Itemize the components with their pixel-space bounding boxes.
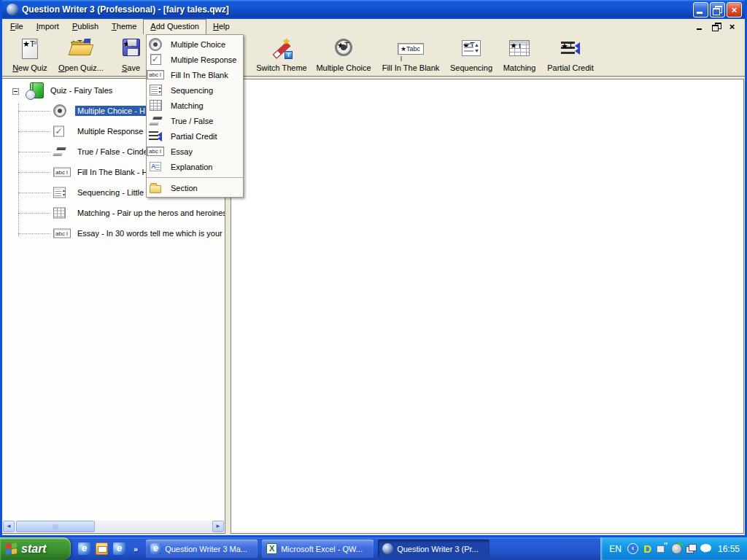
menu-item-icon (150, 100, 162, 111)
tree-item-row[interactable]: Essay - In 30 words tell me which is you… (2, 223, 225, 244)
toolbar-button[interactable]: ★T Multiple Choice (311, 36, 376, 74)
toolbar-button-label: Fill In The Blank (382, 63, 440, 72)
start-button[interactable]: start (0, 537, 71, 560)
add-question-menu-item[interactable]: True / False (147, 113, 243, 128)
taskbar-window-button[interactable]: Question Writer 3 Ma... (146, 540, 258, 558)
tree-root-label: Quiz - Fairy Tales (50, 86, 112, 95)
toolbar-button-label: Open Quiz... (58, 63, 104, 72)
hide-icons-chevron-icon[interactable] (627, 543, 638, 554)
add-question-menu-item[interactable]: Matching (147, 98, 243, 113)
toolbar-button-label: Partial Credit (547, 63, 594, 72)
tree-collapse-toggle[interactable] (12, 88, 19, 95)
tree-item-label[interactable]: True / False - Cinde (75, 147, 150, 157)
toolbar-button[interactable]: ★T Switch Theme (252, 36, 311, 74)
toolbar-button[interactable]: ★T New Quiz (7, 36, 53, 74)
toolbar-button[interactable]: ★T Matching (498, 36, 541, 74)
start-button-label: start (21, 542, 47, 556)
menu-bar-item[interactable]: Publish (66, 19, 105, 34)
menu-bar-item[interactable]: Help (206, 19, 236, 34)
add-question-menu-item[interactable]: Multiple Response (147, 52, 243, 67)
scroll-left-arrow[interactable]: ◄ (3, 521, 15, 532)
mdi-restore-button[interactable] (711, 22, 721, 32)
internet-explorer-icon[interactable] (78, 542, 90, 555)
add-question-menu-item[interactable]: Multiple Choice (147, 36, 243, 52)
toolbar: ★T New Quiz ★T Open Quiz... ★T Save ★T S… (2, 34, 745, 77)
menu-item-label: True / False (171, 117, 213, 125)
scroll-right-arrow[interactable]: ► (212, 521, 224, 532)
menu-item-label: Multiple Choice (171, 40, 225, 49)
tree-item-label[interactable]: Multiple Choice - H (75, 106, 147, 116)
menu-item-label: Fill In The Blank (171, 71, 228, 79)
toolbar-button[interactable]: ★T Sequencing (446, 36, 497, 74)
toolbar-button-label: Matching (503, 63, 536, 72)
menu-item-icon (150, 85, 162, 96)
add-question-menu-item[interactable]: Explanation (147, 159, 243, 174)
language-indicator[interactable]: EN (609, 544, 622, 554)
main-area: Quiz - Fairy Tales Multiple Choice - H M… (2, 77, 745, 535)
restore-button[interactable] (710, 2, 725, 18)
question-editor-area (231, 79, 744, 534)
toolbar-button-label: Sequencing (450, 63, 492, 72)
toolbar-button-label: Multiple Choice (316, 63, 371, 72)
add-question-menu-item[interactable]: Essay (147, 144, 243, 159)
tree-item-icon (53, 104, 66, 117)
tree-item-label[interactable]: Matching - Pair up the heros and heroine… (75, 208, 225, 218)
tree-item-icon (53, 168, 71, 177)
taskbar-window-button[interactable]: Microsoft Excel - QW... (262, 540, 374, 558)
taskbar-window-button[interactable]: Question Writer 3 (Pr... (378, 540, 489, 558)
menu-bar-item[interactable]: Theme (105, 19, 143, 34)
toolbar-button[interactable]: ★T Save (111, 36, 151, 74)
menu-item-label: Explanation (171, 163, 213, 171)
menu-bar-item[interactable]: Add Question (143, 19, 206, 34)
menu-item-icon (149, 131, 162, 141)
d-program-tray-icon[interactable] (642, 543, 653, 554)
tree-item-label[interactable]: Fill In The Blank - H (75, 167, 150, 177)
toolbar-button-icon: ★T (271, 39, 293, 59)
taskbar-window-label: Microsoft Excel - QW... (281, 545, 369, 553)
taskbar: start » Question Writer 3 Ma... Microsof… (0, 537, 747, 560)
tree-item-label[interactable]: Essay - In 30 words tell me which is you… (75, 228, 225, 238)
toolbar-button-icon: ★T (509, 40, 530, 56)
taskbar-window-label: Question Writer 3 Ma... (165, 545, 253, 553)
tree-item-row[interactable]: Matching - Pair up the heros and heroine… (2, 203, 225, 223)
close-button[interactable]: × (727, 2, 742, 18)
toolbar-button[interactable]: ★T Fill In The Blank (376, 36, 446, 74)
menu-item-icon (149, 38, 162, 51)
menu-item-icon (150, 116, 162, 126)
toolbar-button-icon: ★T (70, 39, 92, 56)
cd-player-icon[interactable] (671, 543, 682, 554)
title-bar[interactable]: Question Writer 3 (Professional) - [fair… (2, 0, 745, 19)
taskbar-window-icon (150, 543, 161, 554)
horizontal-scrollbar[interactable]: ◄ ► (3, 521, 224, 532)
menu-bar-item[interactable]: File (4, 19, 30, 34)
mdi-close-button[interactable]: × (727, 22, 738, 32)
menu-item-label: Sequencing (171, 86, 213, 95)
toolbar-button-icon: ★T (22, 39, 38, 59)
scrollbar-thumb[interactable] (16, 521, 95, 532)
add-question-menu-item[interactable]: Fill In The Blank (147, 67, 243, 82)
toolbar-button-icon: ★T (398, 43, 424, 55)
outlook-express-icon[interactable] (96, 542, 108, 555)
internet-explorer-icon-2[interactable] (113, 542, 125, 555)
mdi-minimize-button[interactable] (694, 22, 705, 32)
add-question-menu-item[interactable]: Partial Credit (147, 128, 243, 144)
taskbar-window-icon (266, 543, 277, 554)
menu-item-icon (150, 54, 161, 65)
app-icon (7, 4, 18, 15)
menu-item-icon (150, 185, 161, 193)
wireless-signal-icon[interactable] (657, 543, 667, 554)
messenger-balloon-icon[interactable] (700, 544, 711, 552)
toolbar-button[interactable]: ★T Partial Credit (542, 36, 599, 74)
minimize-button[interactable] (693, 2, 708, 18)
toolbar-button[interactable]: ★T Open Quiz... (55, 36, 107, 74)
app-window: Question Writer 3 (Professional) - [fair… (0, 0, 747, 537)
add-question-menu-item[interactable]: Sequencing (147, 82, 243, 98)
menu-item-label: Section (171, 184, 198, 192)
tree-item-label[interactable]: Multiple Response (75, 126, 146, 136)
toolbar-button-icon: ★T (123, 39, 140, 56)
clock: 16:55 (718, 544, 740, 554)
menu-bar-item[interactable]: Import (30, 19, 66, 34)
add-question-menu-item[interactable]: Section (147, 177, 243, 195)
quick-launch-overflow-chevron[interactable]: » (133, 545, 138, 553)
network-connections-icon[interactable] (686, 543, 697, 554)
